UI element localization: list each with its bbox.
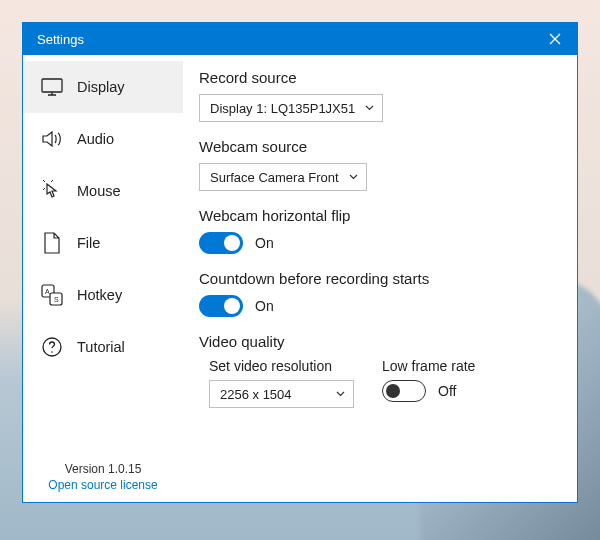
sidebar-footer: Version 1.0.15 Open source license [23,454,183,502]
svg-point-6 [51,351,53,353]
resolution-block: Set video resolution 2256 x 1504 [209,358,354,408]
sidebar-item-audio[interactable]: Audio [23,113,183,165]
display-icon [41,76,63,98]
close-button[interactable] [533,23,577,55]
sidebar-item-file[interactable]: File [23,217,183,269]
webcam-source-select[interactable]: Surface Camera Front [199,163,367,191]
resolution-title: Set video resolution [209,358,354,374]
tutorial-icon [41,336,63,358]
sidebar-item-label: Display [77,79,125,95]
content-panel: Record source Display 1: LQ135P1JX51 Web… [183,55,577,502]
record-source-title: Record source [199,69,561,86]
record-source-select[interactable]: Display 1: LQ135P1JX51 [199,94,383,122]
record-source-section: Record source Display 1: LQ135P1JX51 [199,69,561,122]
countdown-section: Countdown before recording starts On [199,270,561,317]
webcam-source-section: Webcam source Surface Camera Front [199,138,561,191]
countdown-title: Countdown before recording starts [199,270,561,287]
chevron-down-icon [336,391,345,397]
sidebar-item-hotkey[interactable]: AS Hotkey [23,269,183,321]
webcam-flip-title: Webcam horizontal flip [199,207,561,224]
file-icon [41,232,63,254]
record-source-value: Display 1: LQ135P1JX51 [210,101,355,116]
mouse-icon [41,180,63,202]
sidebar-item-label: Hotkey [77,287,122,303]
hotkey-icon: AS [41,284,63,306]
webcam-source-value: Surface Camera Front [210,170,339,185]
sidebar-item-label: File [77,235,100,251]
resolution-value: 2256 x 1504 [220,387,292,402]
sidebar-item-label: Tutorial [77,339,125,355]
video-quality-title: Video quality [199,333,561,350]
low-frame-block: Low frame rate Off [382,358,475,402]
low-frame-title: Low frame rate [382,358,475,374]
sidebar-item-display[interactable]: Display [23,61,183,113]
version-label: Version 1.0.15 [23,462,183,476]
resolution-select[interactable]: 2256 x 1504 [209,380,354,408]
sidebar-item-label: Mouse [77,183,121,199]
window-title: Settings [37,32,84,47]
sidebar-item-tutorial[interactable]: Tutorial [23,321,183,373]
svg-rect-0 [42,79,62,92]
low-frame-toggle[interactable] [382,380,426,402]
countdown-toggle[interactable] [199,295,243,317]
countdown-state: On [255,298,274,314]
titlebar: Settings [23,23,577,55]
audio-icon [41,128,63,150]
webcam-source-title: Webcam source [199,138,561,155]
chevron-down-icon [349,174,358,180]
sidebar-item-label: Audio [77,131,114,147]
svg-text:A: A [45,288,50,295]
webcam-flip-state: On [255,235,274,251]
svg-text:S: S [54,296,59,303]
low-frame-state: Off [438,383,456,399]
sidebar: Display Audio Mouse [23,55,183,502]
webcam-flip-section: Webcam horizontal flip On [199,207,561,254]
sidebar-nav: Display Audio Mouse [23,55,183,454]
settings-window: Settings Display Audio [22,22,578,503]
sidebar-item-mouse[interactable]: Mouse [23,165,183,217]
chevron-down-icon [365,105,374,111]
close-icon [549,33,561,45]
open-source-license-link[interactable]: Open source license [23,478,183,492]
video-quality-section: Video quality Set video resolution 2256 … [199,333,561,408]
webcam-flip-toggle[interactable] [199,232,243,254]
